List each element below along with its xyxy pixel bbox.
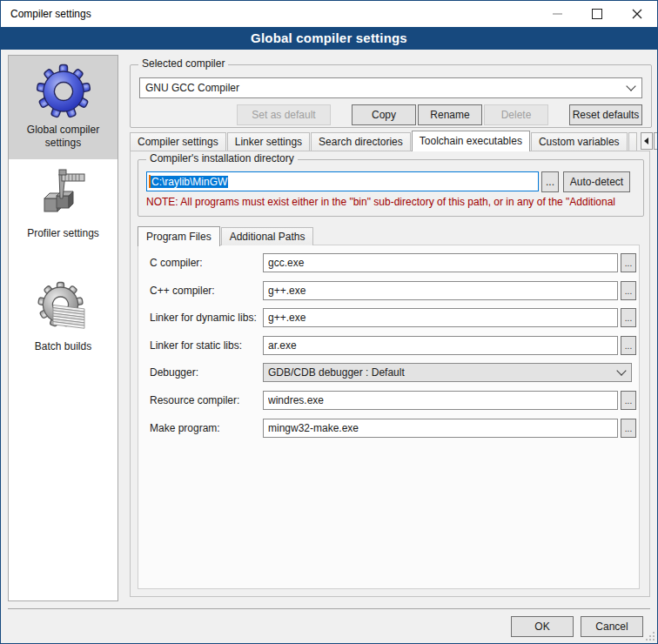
- minimize-button[interactable]: [537, 1, 577, 27]
- main-panel: Selected compiler GNU GCC Compiler Set a…: [123, 50, 652, 643]
- page-title: Global compiler settings: [1, 27, 657, 50]
- dynamic-linker-input[interactable]: [263, 308, 618, 327]
- browse-directory-button[interactable]: ...: [541, 171, 559, 192]
- delete-button[interactable]: Delete: [484, 104, 548, 125]
- auto-detect-button[interactable]: Auto-detect: [563, 171, 630, 192]
- browse-make-program-button[interactable]: ...: [621, 419, 636, 438]
- window-title: Compiler settings: [1, 8, 91, 20]
- copy-button[interactable]: Copy: [352, 104, 416, 125]
- cpp-compiler-input[interactable]: [263, 281, 618, 300]
- debugger-select-value: GDB/CDB debugger : Default: [268, 366, 618, 379]
- sidebar-item-batch-builds[interactable]: Batch builds: [9, 272, 118, 363]
- dialog-buttons: OK Cancel: [511, 616, 643, 637]
- field-label: Debugger:: [150, 363, 198, 382]
- sidebar-item-label: Batch builds: [35, 340, 91, 353]
- compiler-actions: Set as default Copy Rename Delete Reset …: [139, 104, 642, 125]
- installation-directory-input[interactable]: C:\raylib\MinGW: [146, 171, 539, 191]
- installation-directory-group: Compiler's installation directory C:\ray…: [138, 159, 644, 217]
- sidebar-item-label: Global compiler settings: [10, 124, 116, 150]
- bin-subdirectory-note: NOTE: All programs must exist either in …: [146, 196, 641, 208]
- compiler-settings-dialog: Compiler settings Global compiler settin…: [0, 0, 658, 644]
- maximize-icon: [592, 9, 602, 19]
- tab-linker-settings[interactable]: Linker settings: [227, 132, 310, 151]
- maximize-button[interactable]: [577, 1, 617, 27]
- title-bar[interactable]: Compiler settings: [1, 1, 657, 27]
- minimize-icon: [553, 13, 562, 15]
- tab-scroll-buttons: [641, 132, 658, 150]
- dialog-content: Global compiler settings: [1, 50, 657, 643]
- sidebar-item-profiler-settings[interactable]: Profiler settings: [9, 159, 118, 250]
- resource-compiler-row: Resource compiler: ...: [138, 391, 639, 410]
- tab-custom-variables[interactable]: Custom variables: [531, 132, 628, 151]
- static-linker-row: Linker for static libs: ...: [138, 336, 639, 355]
- debugger-row: Debugger: GDB/CDB debugger : Default: [138, 363, 639, 382]
- browse-dynamic-linker-button[interactable]: ...: [621, 308, 636, 327]
- close-icon: [632, 9, 642, 19]
- resource-compiler-input[interactable]: [263, 391, 618, 410]
- tab-scroll-left-button[interactable]: [641, 132, 653, 150]
- tab-build-options-clipped[interactable]: Build options: [628, 132, 637, 151]
- group-legend: Selected compiler: [138, 57, 228, 70]
- ok-button[interactable]: OK: [511, 616, 574, 637]
- chevron-down-icon: [626, 81, 635, 91]
- set-as-default-button[interactable]: Set as default: [237, 104, 331, 125]
- field-label: C++ compiler:: [150, 281, 215, 300]
- selected-compiler-group: Selected compiler GNU GCC Compiler Set a…: [130, 64, 652, 128]
- program-files-page: C compiler: ... C++ compiler: ... Linker…: [138, 245, 640, 589]
- field-label: Linker for static libs:: [150, 336, 242, 355]
- browse-cpp-compiler-button[interactable]: ...: [621, 281, 636, 300]
- close-button[interactable]: [617, 1, 657, 27]
- arrow-left-icon: [644, 138, 648, 144]
- tab-scroll-right-button[interactable]: [654, 132, 658, 150]
- footer-divider: [8, 608, 650, 609]
- dynamic-linker-row: Linker for dynamic libs: ...: [138, 308, 639, 327]
- rename-button[interactable]: Rename: [418, 104, 482, 125]
- browse-c-compiler-button[interactable]: ...: [621, 253, 636, 272]
- make-program-row: Make program: ...: [138, 419, 639, 438]
- settings-tab-strip: Compiler settings Linker settings Search…: [130, 131, 650, 151]
- cancel-button[interactable]: Cancel: [581, 616, 643, 637]
- tab-additional-paths[interactable]: Additional Paths: [221, 227, 314, 245]
- field-label: Resource compiler:: [150, 391, 239, 410]
- tab-toolchain-executables[interactable]: Toolchain executables: [412, 131, 530, 151]
- installation-path-row: C:\raylib\MinGW ... Auto-detect: [146, 171, 630, 191]
- tab-compiler-settings[interactable]: Compiler settings: [130, 132, 226, 151]
- static-linker-input[interactable]: [263, 336, 618, 355]
- group-legend: Compiler's installation directory: [146, 152, 298, 164]
- sidebar-item-global-compiler-settings[interactable]: Global compiler settings: [9, 56, 118, 159]
- gray-gear-stack-icon: [36, 280, 91, 336]
- resize-grip[interactable]: [645, 631, 655, 641]
- blue-gear-icon: [36, 64, 91, 119]
- make-program-input[interactable]: [263, 419, 618, 438]
- c-compiler-input[interactable]: [263, 253, 618, 272]
- tab-program-files[interactable]: Program Files: [138, 226, 220, 246]
- program-files-tab-strip: Program Files Additional Paths: [138, 225, 314, 245]
- field-label: Linker for dynamic libs:: [150, 308, 257, 327]
- compiler-select[interactable]: GNU GCC Compiler: [139, 77, 642, 98]
- browse-resource-compiler-button[interactable]: ...: [621, 391, 636, 410]
- reset-defaults-button[interactable]: Reset defaults: [569, 104, 642, 125]
- compiler-select-value: GNU GCC Compiler: [145, 82, 628, 94]
- browse-static-linker-button[interactable]: ...: [621, 336, 636, 355]
- field-label: C compiler:: [150, 253, 203, 272]
- cpp-compiler-row: C++ compiler: ...: [138, 281, 639, 300]
- chevron-down-icon: [616, 366, 626, 375]
- tab-search-directories[interactable]: Search directories: [311, 132, 411, 151]
- sidebar-item-label: Profiler settings: [27, 227, 99, 240]
- toolchain-executables-page: Compiler's installation directory C:\ray…: [130, 151, 650, 597]
- c-compiler-row: C compiler: ...: [138, 253, 639, 272]
- window-controls: [537, 1, 657, 27]
- caliper-icon: [36, 167, 91, 223]
- field-label: Make program:: [150, 419, 220, 438]
- settings-category-list: Global compiler settings: [8, 55, 118, 601]
- installation-directory-value: C:\raylib\MinGW: [151, 176, 228, 188]
- debugger-select[interactable]: GDB/CDB debugger : Default: [263, 363, 632, 382]
